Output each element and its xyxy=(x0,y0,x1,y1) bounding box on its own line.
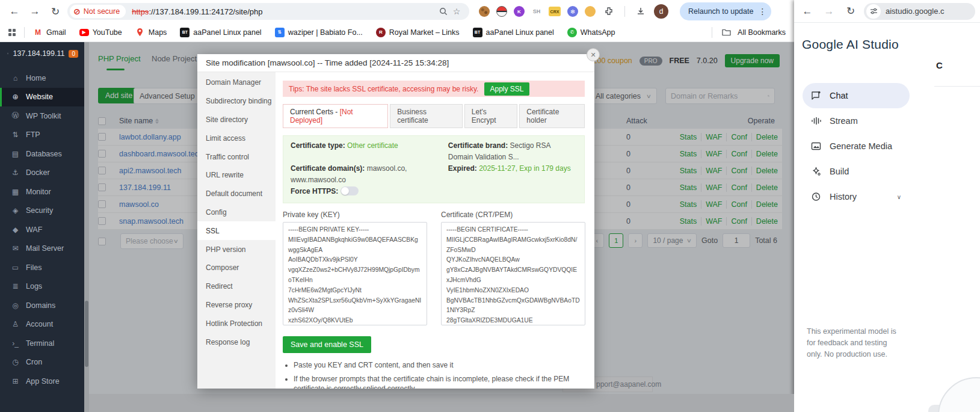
tab-label: Current Certs - xyxy=(290,108,340,116)
sidebar-item-docker[interactable]: ⚓Docker xyxy=(0,164,84,183)
bookmark-aapanel-2[interactable]: BTaaPanel Linux panel xyxy=(473,28,554,37)
sidebar-item-monitor[interactable]: ▦Monitor xyxy=(0,182,84,201)
site-settings-icon[interactable] xyxy=(866,4,881,19)
menu-reverse-proxy[interactable]: Reverse proxy xyxy=(197,296,276,315)
ssl-panel: Tips: The site lacks SSL certificate, ac… xyxy=(276,72,594,389)
aistudio-logo[interactable]: Google AI Studio xyxy=(802,37,899,52)
reload-icon[interactable]: ↻ xyxy=(47,3,64,20)
force-https-label: Force HTTPS: xyxy=(291,187,338,195)
nav-generate-media[interactable]: Generate Media xyxy=(803,134,910,159)
menu-ssl[interactable]: SSL xyxy=(197,221,276,240)
menu-domain-manager[interactable]: Domain Manager xyxy=(197,73,276,92)
cloud-extension-icon[interactable] xyxy=(585,6,596,17)
bookmark-gmail[interactable]: MGmail xyxy=(33,28,66,37)
certificate-tabs: Current Certs - [Not Deployed] Business … xyxy=(283,104,585,128)
warning-text: Tips: The site lacks SSL certificate, ac… xyxy=(289,85,478,93)
server-header[interactable]: 137.184.199.11 0 xyxy=(0,42,84,64)
snowflake-extension-icon[interactable]: ❄ xyxy=(567,6,578,17)
apps-grid-icon[interactable] xyxy=(8,29,16,36)
royal-market-favicon: R xyxy=(376,28,386,37)
menu-hotlink-protection[interactable]: Hotlink Protection xyxy=(197,314,276,333)
sidebar-item-cron[interactable]: ◷Cron xyxy=(0,353,84,372)
private-key-textarea[interactable]: -----BEGIN PRIVATE KEY----- MIIEvgIBADAN… xyxy=(283,222,427,325)
sidebar-item-logs[interactable]: ≣Logs xyxy=(0,277,84,297)
menu-config[interactable]: Config xyxy=(197,203,276,222)
menu-default-document[interactable]: Default document xyxy=(197,185,276,203)
forward-icon[interactable]: → xyxy=(821,3,837,20)
address-bar[interactable]: aistudio.google.c xyxy=(864,3,975,20)
bookmark-star-icon[interactable]: ☆ xyxy=(450,7,463,16)
chevron-down-icon: ∨ xyxy=(897,194,901,200)
url-text[interactable]: https://137.184.199.11:24172/site/php xyxy=(132,7,262,16)
sidebar-item-domains[interactable]: ◎Domains xyxy=(0,296,84,315)
tab-business-certificate[interactable]: Business certificate xyxy=(390,104,463,128)
menu-subdirectory-binding[interactable]: Subdirectory binding xyxy=(197,92,276,111)
apply-ssl-button[interactable]: Apply SSL xyxy=(484,82,529,96)
browser-window-aistudio: ← → ↻ aistudio.google.c Google AI Studio… xyxy=(794,0,980,412)
profile-avatar[interactable]: d xyxy=(654,4,668,19)
sidebar-item-security[interactable]: ◈Security xyxy=(0,201,84,221)
bookmark-whatsapp[interactable]: ✆WhatsApp xyxy=(567,28,615,37)
address-bar[interactable]: ⊘ Not secure https://137.184.199.11:2417… xyxy=(67,3,469,20)
cookie-extension-icon[interactable] xyxy=(479,6,490,17)
sidebar-item-terminal[interactable]: ›_Terminal xyxy=(0,334,84,353)
relaunch-button[interactable]: Relaunch to update ⋮ xyxy=(680,2,771,20)
menu-redirect[interactable]: Redirect xyxy=(197,277,276,296)
nav-history[interactable]: History ∨ xyxy=(803,184,910,209)
tab-current-certs[interactable]: Current Certs - [Not Deployed] xyxy=(283,104,388,128)
sidebar-item-app-store[interactable]: ⊞App Store xyxy=(0,372,84,391)
menu-php-version[interactable]: PHP version xyxy=(197,240,276,259)
nav-build[interactable]: Build xyxy=(803,159,910,184)
menu-url-rewrite[interactable]: URL rewrite xyxy=(197,166,276,185)
forward-icon[interactable]: → xyxy=(26,3,43,20)
back-icon[interactable]: ← xyxy=(799,3,816,20)
menu-composer[interactable]: Composer xyxy=(197,259,276,277)
force-https-toggle[interactable] xyxy=(341,186,359,195)
nav-stream[interactable]: Stream xyxy=(803,108,910,134)
docker-icon: ⚓ xyxy=(11,168,20,177)
zoom-search-icon[interactable] xyxy=(437,7,450,16)
close-icon[interactable]: ✕ xyxy=(587,48,600,61)
sidebar-item-account[interactable]: ♙Account xyxy=(0,315,84,334)
certificate-pem-textarea[interactable]: -----BEGIN CERTIFICATE----- MIIGLjCCBRag… xyxy=(441,222,585,325)
bookmark-aapanel-1[interactable]: BTaaPanel Linux panel xyxy=(180,28,261,37)
sidebar-item-files[interactable]: ▭Files xyxy=(0,258,84,277)
bookmark-label: WhatsApp xyxy=(581,28,615,37)
bookmark-label: Maps xyxy=(149,28,167,37)
notification-badge[interactable]: 0 xyxy=(69,50,78,58)
menu-dots-icon[interactable]: ⋮ xyxy=(758,7,766,16)
sh-extension-icon[interactable]: SH xyxy=(531,6,542,17)
nav-chat[interactable]: Chat xyxy=(803,83,910,108)
pokeball-extension-icon[interactable] xyxy=(496,6,507,17)
sidebar-item-ftp[interactable]: ⇅FTP xyxy=(0,126,84,145)
menu-site-directory[interactable]: Site directory xyxy=(197,111,276,129)
bookmark-youtube[interactable]: ▶YouTube xyxy=(79,28,122,37)
sidebar-item-waf[interactable]: ◆WAF xyxy=(0,220,84,239)
extensions-puzzle-icon[interactable] xyxy=(602,7,615,16)
sidebar: 137.184.199.11 0 ⌂Home ⊕Website ⓌWP Tool… xyxy=(0,42,84,412)
sidebar-item-home[interactable]: ⌂Home xyxy=(0,69,84,88)
save-enable-ssl-button[interactable]: Save and enable SSL xyxy=(283,336,371,353)
sidebar-item-mail-server[interactable]: ✉Mail Server xyxy=(0,239,84,259)
sidebar-item-databases[interactable]: ▤Databases xyxy=(0,144,84,164)
menu-response-log[interactable]: Response log xyxy=(197,333,276,351)
globe-icon: ⊕ xyxy=(11,93,20,101)
terminal-icon: ›_ xyxy=(11,339,20,348)
reload-icon[interactable]: ↻ xyxy=(842,3,859,20)
tab-certificate-holder[interactable]: Certificate holder xyxy=(519,104,585,128)
k-extension-icon[interactable]: K xyxy=(514,6,525,17)
tab-lets-encrypt[interactable]: Let's Encrypt xyxy=(464,104,517,128)
certificate-info-box: Certificate type: Other certificate Cert… xyxy=(283,135,585,203)
crx-extension-icon[interactable]: CRX xyxy=(549,7,561,16)
not-secure-chip[interactable]: ⊘ Not secure xyxy=(70,5,126,18)
menu-traffic-control[interactable]: Traffic control xyxy=(197,147,276,166)
bookmark-maps[interactable]: Maps xyxy=(135,28,167,37)
all-bookmarks-label[interactable]: All Bookmarks xyxy=(738,28,786,37)
bookmark-royal-market[interactable]: RRoyal Market – Links xyxy=(376,28,460,37)
sidebar-item-wp-toolkit[interactable]: ⓌWP Toolkit xyxy=(0,106,84,126)
sidebar-item-website[interactable]: ⊕Website xyxy=(0,88,84,107)
download-icon[interactable] xyxy=(634,7,647,16)
back-icon[interactable]: ← xyxy=(6,3,23,20)
menu-limit-access[interactable]: Limit access xyxy=(197,129,276,147)
bookmark-waziper[interactable]: ⇅waziper | Babiato Fo... xyxy=(275,28,363,37)
